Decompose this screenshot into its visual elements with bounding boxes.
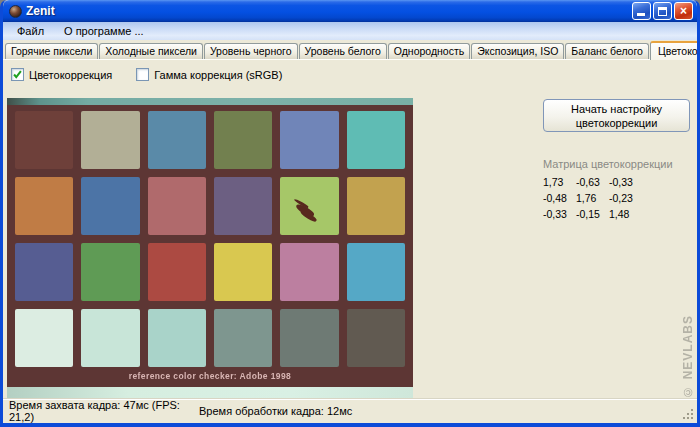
color-patch [347,111,405,169]
color-patch [15,177,73,235]
right-panel: Начать настройку цветокоррекции Матрица … [543,99,695,220]
maximize-icon [658,7,667,16]
color-patch [280,243,338,301]
color-patch [81,243,139,301]
camera-preview-image: reference color checker: Adobe 1998 [7,98,413,401]
nevlabs-watermark: © NEVLABS [681,315,695,399]
checkbox-gamma-correction[interactable]: Гамма коррекция (sRGB) [136,68,282,81]
menu-item-file[interactable]: Файл [11,24,50,38]
photo-top-strip [7,98,413,105]
color-patch [148,111,206,169]
color-patch-grid [7,105,413,369]
color-patch [280,309,338,367]
color-patch [347,309,405,367]
tab-5[interactable]: Однородность [388,43,470,59]
app-window: Zenit × Файл О программе ... Горячие пик… [0,0,700,427]
color-patch [280,177,338,235]
checkbox-color-correction[interactable]: Цветокоррекция [11,68,112,81]
matrix-cell: -0,63 [576,176,609,188]
matrix-cell: 1,73 [543,176,576,188]
tab-6[interactable]: Экспозиция, ISO [471,43,564,59]
matrix-title: Матрица цветокоррекции [543,158,695,170]
status-capture-time: Время захвата кадра: 47мс (FPS: 21,2) [9,399,195,423]
color-patch [81,309,139,367]
tab-strip: Горячие пикселиХолодные пикселиУровень ч… [3,40,697,59]
matrix-cell: -0,23 [609,192,642,204]
minimize-button[interactable] [632,2,651,20]
matrix-cell: -0,15 [576,208,609,220]
color-patch [347,177,405,235]
color-correction-matrix: 1,73-0,63-0,33-0,481,76-0,23-0,33-0,151,… [543,176,695,220]
check-icon [12,69,23,80]
checkbox-label: Гамма коррекция (sRGB) [154,69,282,81]
tab-2[interactable]: Холодные пиксели [99,43,203,59]
matrix-cell: -0,48 [543,192,576,204]
tab-7[interactable]: Баланс белого [565,43,649,59]
close-button[interactable]: × [674,2,693,20]
color-checker-chart: reference color checker: Adobe 1998 [7,105,413,387]
matrix-cell: 1,48 [609,208,642,220]
color-patch [148,177,206,235]
matrix-cell: -0,33 [609,176,642,188]
color-patch [214,111,272,169]
color-patch [15,111,73,169]
checkbox-unchecked-icon[interactable] [136,68,149,81]
status-bar: Время захвата кадра: 47мс (FPS: 21,2) Вр… [3,398,697,423]
app-icon [9,5,22,18]
color-patch [81,177,139,235]
status-processing-time: Время обработки кадра: 12мс [199,405,352,417]
window-title: Zenit [26,4,632,18]
checkbox-label: Цветокоррекция [29,69,112,81]
color-patch [81,111,139,169]
color-patch [214,243,272,301]
minimize-icon [637,13,645,16]
maximize-button[interactable] [653,2,672,20]
resize-grip[interactable] [683,409,695,421]
color-patch [347,243,405,301]
color-patch [280,111,338,169]
title-bar[interactable]: Zenit × [3,0,697,22]
button-label-line1: Начать настройку [571,103,662,115]
menu-bar: Файл О программе ... [3,22,697,40]
start-color-correction-button[interactable]: Начать настройку цветокоррекции [543,99,690,132]
tab-1[interactable]: Горячие пиксели [5,43,98,59]
tab-8[interactable]: Цветокоррекция [650,41,700,60]
color-patch [214,177,272,235]
tab-3[interactable]: Уровень черного [204,43,298,59]
window-controls: × [632,2,693,20]
color-patch [148,309,206,367]
color-patch [148,243,206,301]
chart-caption: reference color checker: Adobe 1998 [7,369,413,387]
tab-page-color-correction: Цветокоррекция Гамма коррекция (sRGB) re… [3,59,697,398]
color-patch [214,309,272,367]
menu-item-about[interactable]: О программе ... [58,24,150,38]
color-patch [15,243,73,301]
checkbox-checked-icon[interactable] [11,68,24,81]
matrix-cell: -0,33 [543,208,576,220]
button-label-line2: цветокоррекции [576,117,658,129]
close-icon: × [680,5,687,17]
color-patch [15,309,73,367]
checkbox-row: Цветокоррекция Гамма коррекция (sRGB) [3,60,697,84]
matrix-cell: 1,76 [576,192,609,204]
smudge-mark [295,202,316,219]
tab-4[interactable]: Уровень белого [299,43,387,59]
